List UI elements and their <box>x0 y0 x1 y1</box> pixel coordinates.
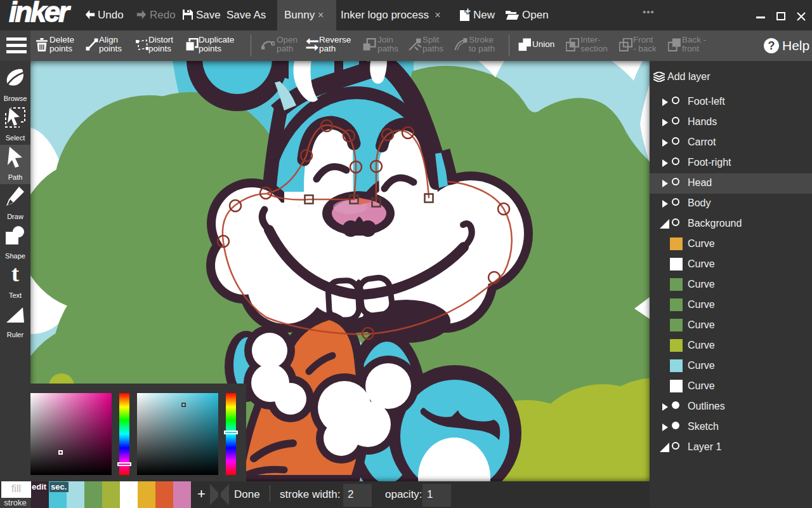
svg-text:?: ? <box>768 39 775 52</box>
